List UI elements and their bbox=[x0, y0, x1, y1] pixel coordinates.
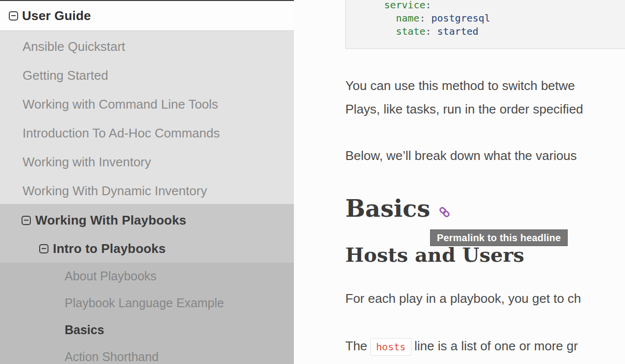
sidebar-item-label[interactable]: Introduction To Ad-Hoc Commands bbox=[23, 126, 220, 141]
code-line: state: started bbox=[361, 25, 625, 38]
paragraph: For each play in a playbook, you get to … bbox=[345, 287, 581, 310]
sidebar-item-about-playbooks[interactable]: About Playbooks bbox=[0, 263, 294, 290]
paragraph-text: line is a list of one or more gr bbox=[414, 339, 578, 353]
inline-code-hosts: hosts bbox=[370, 338, 411, 356]
heading-text: Basics bbox=[345, 196, 430, 221]
section-heading-hosts-and-users: Hosts and Users bbox=[345, 242, 524, 268]
collapse-minus-square-icon[interactable] bbox=[22, 216, 31, 225]
code-line: service: bbox=[361, 0, 625, 12]
page-heading-basics: Basics bbox=[345, 194, 451, 223]
sidebar-item-ansible-quickstart[interactable]: Ansible Quickstart bbox=[0, 32, 294, 61]
sidebar-item-label[interactable]: Getting Started bbox=[23, 68, 108, 83]
sidebar-item-label[interactable]: Playbook Language Example bbox=[65, 296, 224, 310]
sidebar-item-label[interactable]: Ansible Quickstart bbox=[23, 39, 125, 54]
sidebar-nav: User Guide Ansible Quickstart Getting St… bbox=[0, 0, 294, 364]
sidebar-item-label[interactable]: Intro to Playbooks bbox=[53, 241, 166, 256]
sidebar-item-basics-current[interactable]: Basics bbox=[0, 317, 294, 343]
sidebar-item-label[interactable]: Action Shorthand bbox=[65, 350, 159, 364]
code-line: name: postgresql bbox=[361, 12, 625, 25]
sidebar-item-adhoc-commands[interactable]: Introduction To Ad-Hoc Commands bbox=[0, 119, 294, 148]
sidebar-item-label[interactable]: About Playbooks bbox=[65, 269, 157, 283]
sidebar-section-level2: Working With Playbooks Intro to Playbook… bbox=[0, 204, 294, 263]
chain-link-icon[interactable] bbox=[438, 198, 451, 223]
paragraph-line: You can use this method to switch betwe bbox=[345, 74, 583, 97]
sidebar-section-level1: Ansible Quickstart Getting Started Worki… bbox=[0, 30, 294, 204]
paragraph-line: Plays, like tasks, run in the order spec… bbox=[345, 97, 583, 121]
paragraph: You can use this method to switch betwe … bbox=[345, 74, 583, 121]
paragraph: Below, we’ll break down what the various bbox=[345, 144, 577, 167]
paragraph-text: The bbox=[345, 339, 367, 353]
collapse-minus-square-icon[interactable] bbox=[9, 11, 18, 21]
sidebar-item-label[interactable]: Working With Dynamic Inventory bbox=[23, 183, 207, 199]
sidebar-item-label[interactable]: User Guide bbox=[22, 8, 91, 23]
sidebar-item-dynamic-inventory[interactable]: Working With Dynamic Inventory bbox=[0, 177, 294, 205]
sidebar-section-level3: About Playbooks Playbook Language Exampl… bbox=[0, 263, 294, 364]
sidebar-item-label[interactable]: Working With Playbooks bbox=[35, 213, 187, 228]
sidebar-item-working-with-inventory[interactable]: Working with Inventory bbox=[0, 148, 294, 177]
sidebar-item-action-shorthand[interactable]: Action Shorthand bbox=[0, 343, 294, 364]
sidebar-item-user-guide[interactable]: User Guide bbox=[0, 1, 294, 30]
sidebar-item-label[interactable]: Working with Inventory bbox=[23, 155, 151, 170]
sidebar-item-playbook-language-example[interactable]: Playbook Language Example bbox=[0, 290, 294, 317]
sidebar-item-command-line-tools[interactable]: Working with Command Line Tools bbox=[0, 90, 294, 119]
yaml-code-block: service: name: postgresql state: started bbox=[345, 0, 625, 49]
sidebar-item-getting-started[interactable]: Getting Started bbox=[0, 61, 294, 90]
sidebar-item-working-with-playbooks[interactable]: Working With Playbooks bbox=[0, 206, 294, 234]
sidebar-item-label[interactable]: Working with Command Line Tools bbox=[23, 97, 218, 112]
sidebar-item-label[interactable]: Basics bbox=[65, 323, 104, 337]
paragraph: Thehostsline is a list of one or more gr bbox=[345, 334, 578, 359]
collapse-minus-square-icon[interactable] bbox=[39, 244, 48, 253]
doc-content: service: name: postgresql state: started… bbox=[294, 0, 625, 364]
sidebar-item-intro-to-playbooks[interactable]: Intro to Playbooks bbox=[0, 234, 294, 263]
